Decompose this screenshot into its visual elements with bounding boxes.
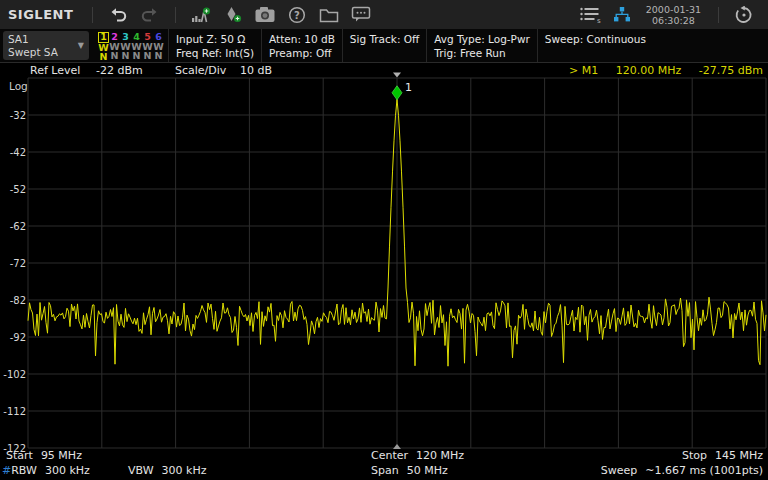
log-scale-label: Log: [9, 80, 28, 92]
toolbar: SIGLENT: [0, 0, 768, 29]
svg-text:-112: -112: [3, 406, 26, 417]
redo-icon: [140, 7, 160, 23]
lan-network-icon: [613, 6, 631, 23]
siglent-logo: SIGLENT: [8, 7, 73, 22]
peak-search-button[interactable]: [189, 4, 213, 26]
recall-button[interactable]: [732, 4, 756, 26]
span-setting[interactable]: Span50 MHz: [371, 464, 448, 477]
help-icon: ?: [288, 6, 306, 24]
marker-id: > M1: [569, 64, 598, 77]
display-header: Ref Level -22 dBm Scale/Div 10 dB > M1 1…: [0, 64, 768, 78]
peak-search-icon: [191, 6, 211, 24]
svg-text:-82: -82: [10, 295, 26, 306]
ref-level-value[interactable]: -22 dBm: [96, 64, 143, 77]
svg-text:1: 1: [405, 81, 412, 94]
redo-button[interactable]: [138, 4, 162, 26]
settings-column-1[interactable]: Atten: 10 dBPreamp: Off: [261, 29, 342, 62]
start-frequency[interactable]: Start95 MHz: [6, 449, 82, 462]
svg-text:-52: -52: [10, 184, 26, 195]
svg-text:-62: -62: [10, 221, 26, 232]
chevron-down-icon: ▼: [78, 41, 84, 50]
spectrum-analyzer-screen: SIGLENT: [0, 0, 768, 480]
file-button[interactable]: [317, 4, 341, 26]
trace-indicator-4[interactable]: 4WN: [131, 32, 142, 62]
lan-status-button[interactable]: [610, 4, 634, 26]
svg-text:-102: -102: [3, 369, 26, 380]
bandwidth-annotation-row: #RBW300 kHz VBW300 kHz Span50 MHz Sweep~…: [0, 464, 768, 479]
camera-icon: [254, 6, 276, 23]
settings-column-3[interactable]: Avg Type: Log-PwrTrig: Free Run: [426, 29, 537, 62]
trace-indicator-1[interactable]: 1WN: [98, 32, 109, 62]
screenshot-button[interactable]: [253, 4, 277, 26]
history-icon: [734, 6, 754, 24]
toolbar-divider: [718, 7, 719, 23]
folder-icon: [319, 7, 339, 23]
scale-div-value[interactable]: 10 dB: [240, 64, 272, 77]
trace-indicator-6[interactable]: 6WN: [153, 32, 164, 62]
settings-column-2[interactable]: Sig Track: Off: [342, 29, 426, 62]
stop-frequency[interactable]: Stop145 MHz: [682, 449, 763, 462]
add-marker-button[interactable]: [221, 4, 245, 26]
center-frequency[interactable]: Center120 MHz: [371, 449, 464, 462]
frequency-annotation-row: Start95 MHz Center120 MHz Stop145 MHz: [0, 449, 768, 464]
settings-columns: Input Z: 50 ΩFreq Ref: Int(S)Atten: 10 d…: [168, 29, 653, 62]
help-button[interactable]: ?: [285, 4, 309, 26]
marker-readout: > M1 120.00 MHz -27.75 dBm: [569, 64, 763, 77]
trace-indicator-3[interactable]: 3WN: [120, 32, 131, 62]
svg-text:-42: -42: [10, 147, 26, 158]
svg-text:s: s: [597, 17, 601, 24]
sweep-time[interactable]: Sweep~1.667 ms (1001pts): [601, 464, 763, 477]
vbw-setting[interactable]: VBW300 kHz: [128, 464, 206, 477]
undo-icon: [108, 7, 128, 23]
svg-text:?: ?: [294, 9, 300, 20]
trace-indicator-2[interactable]: 2WN: [109, 32, 120, 62]
ref-level-label[interactable]: Ref Level: [30, 64, 80, 77]
svg-text:-32: -32: [10, 110, 26, 121]
scale-div-label[interactable]: Scale/Div: [175, 64, 226, 77]
settings-column-4[interactable]: Sweep: Continuous: [537, 29, 653, 62]
marker-frequency: 120.00 MHz: [616, 64, 682, 77]
date-label: 2000-01-31: [646, 4, 701, 15]
time-label: 06:30:28: [646, 15, 701, 26]
toolbar-divider: [92, 7, 93, 23]
settings-column-0[interactable]: Input Z: 50 ΩFreq Ref: Int(S): [168, 29, 261, 62]
trace-status: 1WN2WN3WN4WN5WN6WN: [98, 32, 164, 62]
marker-add-icon: [223, 6, 243, 24]
svg-text:-92: -92: [10, 332, 26, 343]
svg-text:-72: -72: [10, 258, 26, 269]
mode-label: SA1 Swept SA: [8, 33, 78, 59]
undo-button[interactable]: [106, 4, 130, 26]
system-menu-button[interactable]: s: [578, 4, 602, 26]
mode-selector[interactable]: SA1 Swept SA ▼: [3, 31, 89, 60]
menu-list-icon: s: [579, 6, 601, 23]
settings-bar: SA1 Swept SA ▼ 1WN2WN3WN4WN5WN6WN Input …: [0, 29, 768, 63]
message-icon: [351, 6, 371, 23]
trace-indicator-5[interactable]: 5WN: [142, 32, 153, 62]
toolbar-divider: [175, 7, 176, 23]
marker-amplitude: -27.75 dBm: [699, 64, 763, 77]
rbw-setting[interactable]: #RBW300 kHz: [2, 464, 90, 477]
message-button[interactable]: [349, 4, 373, 26]
datetime-display: 2000-01-31 06:30:28: [646, 4, 701, 26]
